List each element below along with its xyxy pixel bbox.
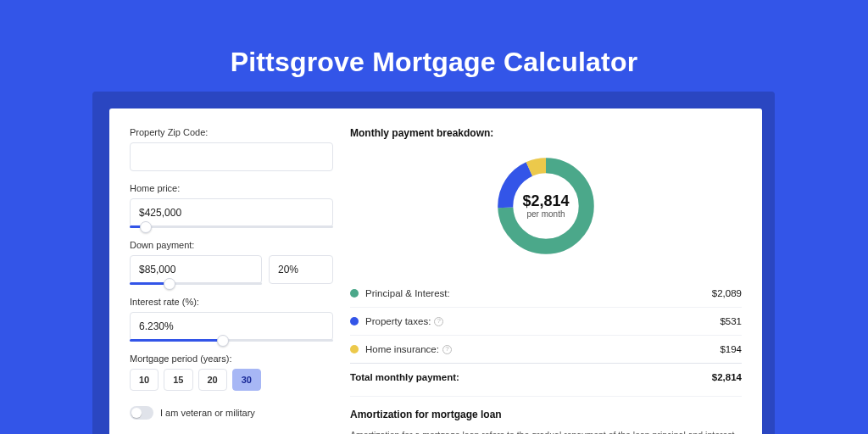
home-price-slider-thumb[interactable] [140,221,152,233]
info-icon[interactable]: ? [442,345,452,354]
dot-taxes [350,317,359,326]
legend-total-label: Total monthly payment: [350,372,712,382]
legend-taxes-value: $531 [720,316,742,326]
period-field-group: Mortgage period (years): 10 15 20 30 [130,353,333,391]
legend-total-value: $2,814 [712,372,742,382]
period-options: 10 15 20 30 [130,369,333,391]
amortization-title: Amortization for mortgage loan [350,409,742,420]
home-price-slider[interactable] [130,225,333,228]
interest-slider-thumb[interactable] [217,335,229,347]
home-price-input[interactable] [130,198,333,227]
legend: Principal & Interest: $2,089 Property ta… [350,280,742,391]
down-payment-label: Down payment: [130,240,333,250]
period-label: Mortgage period (years): [130,353,333,364]
legend-taxes: Property taxes: ? $531 [350,307,742,335]
dot-principal [350,289,359,298]
calculator-card: Property Zip Code: Home price: Down paym… [109,108,762,434]
legend-insurance-value: $194 [720,344,742,354]
amortization-section: Amortization for mortgage loan Amortizat… [350,396,742,434]
zip-label: Property Zip Code: [130,127,333,137]
veteran-toggle[interactable] [130,406,153,420]
interest-slider[interactable] [130,339,333,342]
dot-insurance [350,345,359,353]
veteran-label: I am veteran or military [160,408,255,418]
page-title: Pittsgrove Mortgage Calculator [0,47,868,78]
legend-insurance: Home insurance: ? $194 [350,335,742,363]
legend-principal-value: $2,089 [712,288,742,298]
donut-center: $2,814 per month [492,153,599,259]
home-price-field-group: Home price: [130,183,333,228]
interest-slider-fill [130,339,223,342]
interest-field-group: Interest rate (%): [130,297,333,342]
interest-input[interactable] [130,312,333,341]
down-payment-field-group: Down payment: [130,240,333,285]
zip-field-group: Property Zip Code: [130,127,333,171]
donut-sub: per month [526,209,565,219]
results-column: Monthly payment breakdown: $2,814 per mo… [350,127,742,434]
legend-insurance-label-text: Home insurance: [365,344,439,354]
home-price-label: Home price: [130,183,333,193]
legend-taxes-label: Property taxes: ? [365,316,720,326]
period-option-30[interactable]: 30 [232,369,261,391]
breakdown-title: Monthly payment breakdown: [350,127,742,139]
veteran-toggle-row: I am veteran or military [130,406,333,420]
legend-insurance-label: Home insurance: ? [365,344,720,354]
inputs-column: Property Zip Code: Home price: Down paym… [130,127,333,434]
period-option-20[interactable]: 20 [198,369,227,391]
down-payment-pct-input[interactable] [269,255,333,284]
interest-label: Interest rate (%): [130,297,333,307]
down-payment-slider-thumb[interactable] [164,278,175,290]
zip-input[interactable] [130,142,333,171]
legend-taxes-label-text: Property taxes: [365,316,431,326]
donut-total: $2,814 [522,193,569,210]
amortization-text: Amortization for a mortgage loan refers … [350,429,742,434]
hero-banner: Pittsgrove Mortgage Calculator [0,0,868,78]
down-payment-slider[interactable] [130,282,262,285]
period-option-10[interactable]: 10 [130,369,159,391]
donut-chart: $2,814 per month [492,153,599,259]
legend-principal: Principal & Interest: $2,089 [350,280,742,307]
donut-chart-wrap: $2,814 per month [350,142,742,268]
down-payment-input[interactable] [130,255,262,284]
info-icon[interactable]: ? [434,317,443,326]
legend-principal-label: Principal & Interest: [365,288,712,298]
period-option-15[interactable]: 15 [164,369,192,391]
legend-total: Total monthly payment: $2,814 [350,363,742,391]
